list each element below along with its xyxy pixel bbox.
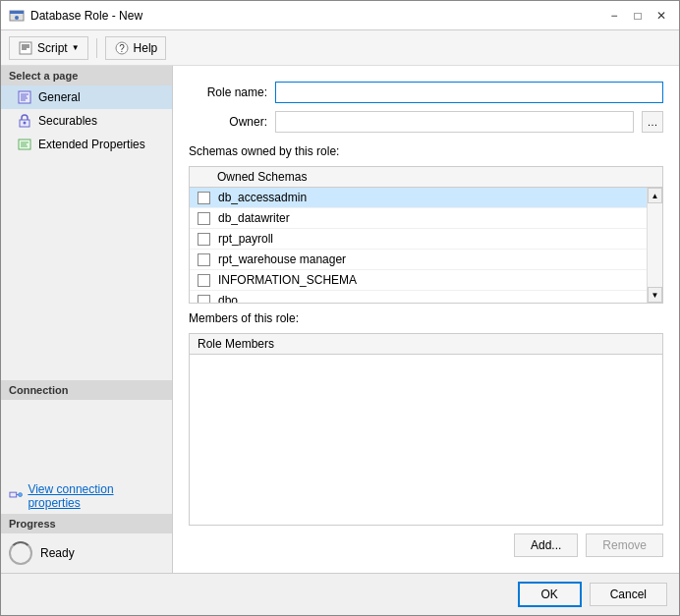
schema-name: rpt_payroll xyxy=(218,232,273,246)
owner-input[interactable] xyxy=(275,111,634,133)
schema-name: db_accessadmin xyxy=(218,191,307,204)
schema-checkbox[interactable] xyxy=(198,212,210,225)
script-button[interactable]: Script ▼ xyxy=(9,36,88,60)
schema-row[interactable]: rpt_warehouse manager xyxy=(190,250,647,270)
script-dropdown-arrow: ▼ xyxy=(72,43,80,52)
schema-name: INFORMATION_SCHEMA xyxy=(218,273,357,287)
scrollbar-track[interactable] xyxy=(648,203,662,287)
schemas-scrollbar[interactable]: ▲ ▼ xyxy=(647,188,662,303)
sidebar-item-extended-properties[interactable]: Extended Properties xyxy=(1,133,172,156)
connection-header: Connection xyxy=(1,380,172,400)
remove-button[interactable]: Remove xyxy=(586,533,663,557)
body: Select a page General Securables xyxy=(1,66,679,573)
members-body[interactable] xyxy=(190,355,662,525)
select-page-header: Select a page xyxy=(1,66,172,85)
sidebar-bottom: Connection View connection properties Pr… xyxy=(1,380,172,573)
view-connection-label: View connection properties xyxy=(28,482,164,510)
help-label: Help xyxy=(134,41,158,55)
toolbar-separator xyxy=(96,38,97,58)
schema-checkbox[interactable] xyxy=(198,274,210,287)
maximize-button[interactable]: □ xyxy=(628,6,648,26)
schema-checkbox[interactable] xyxy=(198,295,210,304)
progress-header: Progress xyxy=(1,514,172,533)
schema-name: db_datawriter xyxy=(218,211,290,225)
action-row: Add... Remove xyxy=(189,533,663,557)
window-title: Database Role - New xyxy=(30,9,142,23)
schemas-table: Owned Schemas db_accessadmin db_datawrit… xyxy=(189,166,663,304)
sidebar: Select a page General Securables xyxy=(1,66,173,573)
extended-icon xyxy=(17,137,32,152)
members-section-label: Members of this role: xyxy=(189,311,663,325)
scrollbar-down[interactable]: ▼ xyxy=(648,287,662,303)
schema-checkbox[interactable] xyxy=(198,192,210,204)
role-name-input[interactable] xyxy=(275,82,663,103)
close-button[interactable]: ✕ xyxy=(652,6,671,26)
sidebar-item-securables[interactable]: Securables xyxy=(1,109,172,133)
schema-row[interactable]: db_datawriter xyxy=(190,208,647,229)
main-window: Database Role - New − □ ✕ Script ▼ ? H xyxy=(0,0,680,616)
footer: OK Cancel xyxy=(1,573,679,615)
schema-row[interactable]: rpt_payroll xyxy=(190,229,647,250)
schema-row[interactable]: dbo xyxy=(190,291,647,303)
svg-text:?: ? xyxy=(119,43,125,54)
progress-spinner xyxy=(9,541,32,565)
connection-icon xyxy=(9,488,24,504)
svg-rect-9 xyxy=(19,91,30,103)
securables-label: Securables xyxy=(38,114,97,128)
script-label: Script xyxy=(37,41,68,55)
cancel-button[interactable]: Cancel xyxy=(590,583,667,606)
svg-rect-20 xyxy=(10,492,17,497)
svg-point-2 xyxy=(15,16,19,20)
securables-icon xyxy=(17,113,32,129)
role-name-row: Role name: xyxy=(189,82,663,103)
connection-area xyxy=(1,400,172,478)
schemas-header: Owned Schemas xyxy=(190,167,662,188)
scrollbar-up[interactable]: ▲ xyxy=(648,188,662,203)
svg-point-15 xyxy=(24,122,27,125)
toolbar: Script ▼ ? Help xyxy=(1,30,679,66)
svg-point-22 xyxy=(19,493,23,497)
ok-button[interactable]: OK xyxy=(518,582,582,607)
script-icon xyxy=(18,40,33,56)
progress-status: Ready xyxy=(40,546,75,560)
schemas-section-label: Schemas owned by this role: xyxy=(189,144,663,158)
general-icon xyxy=(17,89,32,105)
extended-properties-label: Extended Properties xyxy=(38,138,145,151)
main-content: Role name: Owner: … Schemas owned by thi… xyxy=(173,66,679,573)
add-button[interactable]: Add... xyxy=(514,533,578,557)
help-button[interactable]: ? Help xyxy=(105,36,167,60)
schema-name: rpt_warehouse manager xyxy=(218,252,346,266)
view-connection-link[interactable]: View connection properties xyxy=(1,478,172,514)
schemas-body[interactable]: db_accessadmin db_datawriter rpt_payroll xyxy=(190,188,647,303)
title-bar: Database Role - New − □ ✕ xyxy=(1,1,679,30)
minimize-button[interactable]: − xyxy=(604,6,624,26)
sidebar-item-general[interactable]: General xyxy=(1,85,172,109)
members-table: Role Members xyxy=(189,333,663,526)
role-name-label: Role name: xyxy=(189,85,267,99)
schema-row[interactable]: db_accessadmin xyxy=(190,188,647,208)
schema-checkbox[interactable] xyxy=(198,233,210,246)
members-header: Role Members xyxy=(190,334,662,355)
schema-row[interactable]: INFORMATION_SCHEMA xyxy=(190,270,647,291)
window-icon xyxy=(9,8,25,24)
owner-row: Owner: … xyxy=(189,111,663,133)
progress-area: Ready xyxy=(1,533,172,573)
svg-rect-1 xyxy=(10,11,24,14)
schema-checkbox[interactable] xyxy=(198,253,210,266)
schema-name: dbo xyxy=(218,294,238,303)
help-icon: ? xyxy=(114,40,130,56)
owner-browse-button[interactable]: … xyxy=(642,111,663,133)
title-bar-left: Database Role - New xyxy=(9,8,142,24)
title-controls: − □ ✕ xyxy=(604,6,671,26)
owner-label: Owner: xyxy=(189,115,267,129)
svg-rect-3 xyxy=(20,42,31,54)
schemas-column-header: Owned Schemas xyxy=(217,170,307,184)
general-label: General xyxy=(38,90,81,104)
